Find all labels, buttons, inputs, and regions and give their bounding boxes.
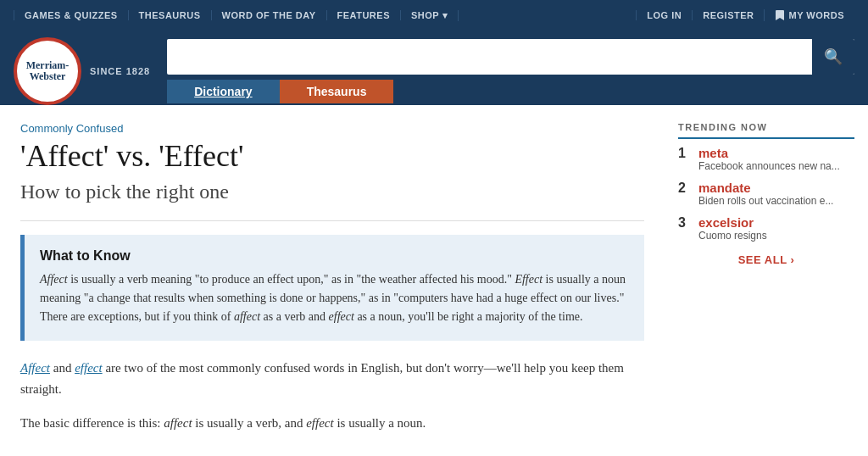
divider — [20, 220, 644, 221]
paragraph-2: The basic difference is this: affect is … — [20, 413, 644, 435]
effect-italic-3: effect — [306, 416, 333, 430]
search-button[interactable]: 🔍 — [812, 39, 854, 75]
trending-item-3: 3 excelsior Cuomo resigns — [678, 215, 854, 242]
site-header: Merriam- Webster SINCE 1828 🔍 Dictionary… — [0, 31, 868, 105]
page-title: 'Affect' vs. 'Effect' — [20, 140, 644, 174]
trending-word-block-1: meta Facebook announces new na... — [698, 146, 840, 172]
what-to-know-box: What to Know Affect is usually a verb me… — [20, 235, 644, 341]
trending-desc-3: Cuomo resigns — [698, 230, 767, 242]
trending-word-block-3: excelsior Cuomo resigns — [698, 215, 767, 242]
logo-area: Merriam- Webster SINCE 1828 — [14, 37, 150, 105]
see-all-arrow-icon: › — [790, 253, 794, 266]
effect-italic-1: Effect — [515, 273, 542, 286]
trending-word-mandate[interactable]: mandate — [698, 181, 833, 195]
search-input[interactable] — [167, 49, 812, 64]
sidebar: Trending Now 1 meta Facebook announces n… — [665, 105, 868, 456]
top-navigation: Games & Quizzes Thesaurus Word of the Da… — [0, 0, 868, 31]
paragraph-1: Affect and effect are two of the most co… — [20, 358, 644, 401]
page-subtitle: How to pick the right one — [20, 181, 644, 203]
nav-features[interactable]: Features — [327, 10, 401, 20]
trending-item-2: 2 mandate Biden rolls out vaccination e.… — [678, 181, 854, 207]
nav-games-quizzes[interactable]: Games & Quizzes — [14, 10, 129, 20]
trending-word-block-2: mandate Biden rolls out vaccination e... — [698, 181, 833, 207]
content-area: Commonly Confused 'Affect' vs. 'Effect' … — [0, 105, 665, 456]
login-link[interactable]: Log In — [636, 10, 692, 20]
search-icon: 🔍 — [824, 47, 843, 66]
main-wrapper: Commonly Confused 'Affect' vs. 'Effect' … — [0, 105, 868, 456]
nav-word-of-day[interactable]: Word of the Day — [212, 10, 327, 20]
wtk-body: Affect is usually a verb meaning "to pro… — [40, 270, 629, 327]
my-words-link[interactable]: My Words — [764, 9, 854, 21]
see-all-label: See All — [738, 253, 787, 266]
search-area: 🔍 Dictionary Thesaurus — [167, 39, 854, 103]
effect-link-1[interactable]: effect — [75, 361, 102, 375]
trending-item-1: 1 meta Facebook announces new na... — [678, 146, 854, 172]
effect-italic-2: effect — [329, 310, 354, 323]
see-all-link[interactable]: See All › — [678, 253, 854, 266]
tab-bar: Dictionary Thesaurus — [167, 80, 854, 103]
affect-link-1[interactable]: Affect — [20, 361, 50, 375]
top-nav-right: Log In Register My Words — [636, 9, 854, 21]
trending-num-2: 2 — [678, 181, 692, 196]
wtk-title: What to Know — [40, 248, 629, 264]
trending-desc-2: Biden rolls out vaccination e... — [698, 195, 833, 207]
affect-italic-3: affect — [164, 416, 192, 430]
top-nav-links: Games & Quizzes Thesaurus Word of the Da… — [14, 10, 459, 21]
affect-italic-1: Affect — [40, 273, 68, 286]
since-text: SINCE 1828 — [90, 66, 150, 76]
register-link[interactable]: Register — [692, 10, 764, 20]
trending-num-3: 3 — [678, 215, 692, 231]
nav-shop[interactable]: Shop — [401, 10, 459, 21]
logo-text: Merriam- Webster — [26, 60, 70, 82]
bookmark-icon — [775, 9, 785, 21]
affect-italic-2: affect — [234, 310, 260, 323]
logo-circle[interactable]: Merriam- Webster — [14, 37, 81, 105]
trending-header: Trending Now — [678, 122, 854, 139]
nav-thesaurus[interactable]: Thesaurus — [129, 10, 212, 20]
trending-word-excelsior[interactable]: excelsior — [698, 215, 767, 230]
trending-num-1: 1 — [678, 146, 692, 161]
tab-dictionary[interactable]: Dictionary — [167, 80, 279, 103]
tab-thesaurus[interactable]: Thesaurus — [280, 80, 394, 103]
trending-word-meta[interactable]: meta — [698, 146, 840, 160]
search-bar: 🔍 — [167, 39, 854, 75]
trending-desc-1: Facebook announces new na... — [698, 160, 840, 172]
article-category: Commonly Confused — [20, 122, 644, 135]
my-words-label: My Words — [788, 10, 844, 20]
